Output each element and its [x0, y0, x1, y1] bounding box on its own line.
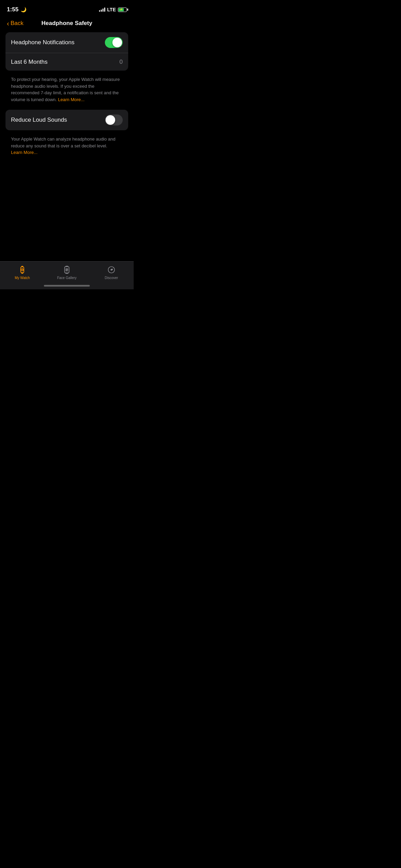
- svg-marker-14: [110, 268, 113, 271]
- last-6-months-label: Last 6 Months: [11, 59, 48, 65]
- my-watch-icon: [17, 265, 27, 275]
- back-button[interactable]: ‹ Back: [7, 20, 23, 27]
- toggle-thumb-2: [106, 115, 115, 125]
- back-label: Back: [11, 20, 24, 27]
- headphone-notifications-card: Headphone Notifications Last 6 Months 0: [5, 32, 128, 71]
- headphone-notifications-row: Headphone Notifications: [5, 32, 128, 53]
- battery-fill: ⚡: [119, 8, 124, 11]
- signal-bar-3: [102, 9, 104, 12]
- reduce-loud-sounds-row: Reduce Loud Sounds: [5, 110, 128, 130]
- svg-rect-8: [65, 273, 68, 274]
- svg-rect-1: [21, 266, 23, 267]
- last-6-months-row[interactable]: Last 6 Months 0: [5, 53, 128, 71]
- tab-discover[interactable]: Discover: [89, 265, 134, 280]
- moon-icon: 🌙: [21, 7, 26, 12]
- reduce-loud-sounds-label: Reduce Loud Sounds: [11, 117, 67, 123]
- tab-face-gallery[interactable]: Face Gallery: [45, 265, 89, 280]
- signal-bars: [99, 8, 105, 12]
- headphone-notifications-description: To protect your hearing, your Apple Watc…: [5, 73, 128, 110]
- back-chevron-icon: ‹: [7, 20, 9, 27]
- status-bar: 1:55 🌙 LTE ⚡: [0, 0, 134, 17]
- reduce-loud-sounds-toggle[interactable]: [105, 114, 123, 125]
- page-title: Headphone Safety: [41, 20, 92, 27]
- face-gallery-icon: [62, 265, 72, 275]
- svg-line-5: [22, 270, 23, 270]
- discover-tab-label: Discover: [105, 276, 118, 280]
- charging-bolt-icon: ⚡: [120, 8, 123, 11]
- learn-more-link-2[interactable]: Learn More...: [11, 150, 37, 155]
- home-indicator: [44, 285, 90, 287]
- headphone-notifications-label: Headphone Notifications: [11, 39, 74, 46]
- battery-shell: ⚡: [118, 8, 127, 12]
- reduce-loud-sounds-card: Reduce Loud Sounds: [5, 110, 128, 130]
- time-display: 1:55: [7, 6, 19, 13]
- lte-label: LTE: [107, 7, 116, 12]
- battery: ⚡: [118, 8, 127, 12]
- status-right: LTE ⚡: [99, 7, 127, 12]
- svg-rect-7: [65, 266, 68, 267]
- signal-bar-1: [99, 10, 100, 12]
- learn-more-link-1[interactable]: Learn More...: [58, 97, 84, 102]
- my-watch-tab-label: My Watch: [15, 276, 30, 280]
- discover-icon: [107, 265, 116, 275]
- tab-my-watch[interactable]: My Watch: [0, 265, 45, 280]
- toggle-thumb: [112, 38, 122, 47]
- signal-bar-4: [104, 8, 105, 12]
- reduce-loud-sounds-description: Your Apple Watch can analyze headphone a…: [5, 133, 128, 163]
- signal-bar-2: [101, 10, 102, 12]
- status-time: 1:55 🌙: [7, 6, 26, 13]
- last-6-months-value: 0: [120, 59, 123, 65]
- face-gallery-tab-label: Face Gallery: [57, 276, 77, 280]
- nav-bar: ‹ Back Headphone Safety: [0, 17, 134, 32]
- svg-rect-2: [21, 273, 23, 274]
- headphone-notifications-toggle[interactable]: [105, 37, 123, 48]
- content-area: Headphone Notifications Last 6 Months 0 …: [0, 32, 134, 163]
